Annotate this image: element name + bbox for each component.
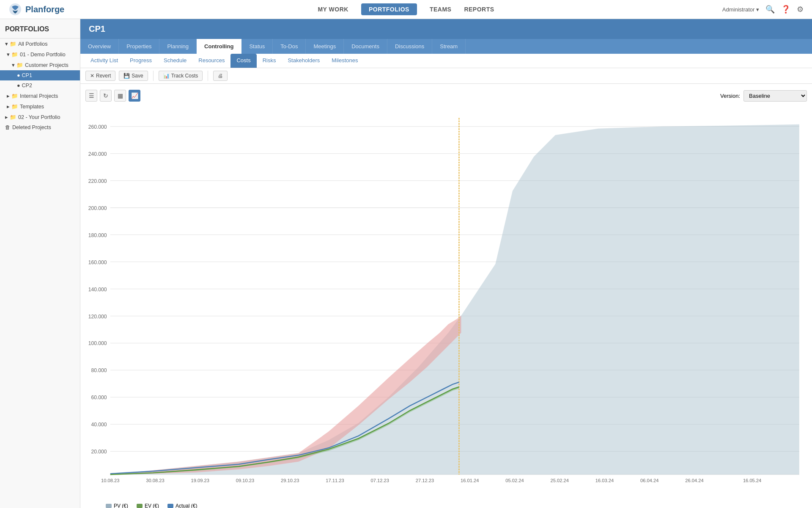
page-header: CP1 [80, 19, 812, 39]
sidebar-label: CP1 [22, 72, 32, 78]
svg-text:20.000: 20.000 [91, 449, 107, 455]
actual-color [167, 504, 173, 508]
tab-planning[interactable]: Planning [159, 39, 197, 54]
save-label: Save [132, 73, 143, 79]
print-button[interactable]: 🖨 [213, 71, 228, 81]
expand-icon: ▸ [7, 93, 10, 99]
sub-tab-risks[interactable]: Risks [257, 54, 282, 68]
tab-todos[interactable]: To-Dos [273, 39, 306, 54]
tab-meetings[interactable]: Meetings [306, 39, 344, 54]
line-chart-button[interactable]: 📈 [129, 90, 140, 102]
folder-icon: 📁 [11, 51, 18, 58]
folder-icon: 📁 [16, 62, 23, 68]
expand-icon: ▾ [5, 41, 8, 47]
sidebar-label: Templates [20, 104, 44, 110]
sidebar-title: PORTFOLIOS [0, 25, 80, 39]
nav-teams[interactable]: TEAMS [430, 6, 452, 13]
svg-text:16.03.24: 16.03.24 [595, 478, 614, 483]
sidebar-item-internal-projects[interactable]: ▸ 📁 Internal Projects [0, 91, 80, 101]
sidebar-item-cp1[interactable]: ● CP1 [0, 70, 80, 80]
tab-status[interactable]: Status [241, 39, 273, 54]
sidebar-label: All Portfolios [18, 41, 47, 47]
sub-tab-schedule[interactable]: Schedule [158, 54, 192, 68]
nav-right: Administrator ▾ 🔍 ❓ ⚙ [722, 5, 804, 14]
svg-text:27.12.23: 27.12.23 [416, 478, 434, 483]
revert-label: Revert [96, 73, 111, 79]
sidebar-item-deleted-projects[interactable]: 🗑 Deleted Projects [0, 122, 80, 133]
svg-text:200.000: 200.000 [88, 205, 107, 211]
chart-container: ☰ ↻ ▦ 📈 Version: Baseline Current Foreca… [80, 84, 812, 508]
version-select[interactable]: Baseline Current Forecast [743, 90, 807, 102]
project-icon: ● [17, 83, 20, 88]
separator2 [208, 71, 208, 81]
nav-portfolios[interactable]: PORTFOLIOS [361, 3, 417, 15]
legend-actual: Actual (€) [167, 503, 197, 508]
tab-overview[interactable]: Overview [80, 39, 119, 54]
svg-text:100.000: 100.000 [88, 340, 107, 346]
folder-icon: 📁 [10, 114, 16, 120]
sidebar-item-demo-portfolio[interactable]: ▾ 📁 01 - Demo Portfolio [0, 49, 80, 60]
pv-label: PV (€) [114, 503, 128, 508]
refresh-button[interactable]: ↻ [100, 90, 112, 102]
sub-tab-costs[interactable]: Costs [230, 54, 256, 68]
svg-text:220.000: 220.000 [88, 178, 107, 184]
list-view-button[interactable]: ☰ [85, 90, 97, 102]
main-layout: PORTFOLIOS ▾ 📁 All Portfolios ▾ 📁 01 - D… [0, 19, 812, 508]
svg-text:80.000: 80.000 [91, 367, 107, 373]
legend-pv: PV (€) [106, 503, 128, 508]
sub-tab-activity-list[interactable]: Activity List [85, 54, 124, 68]
track-icon: 📊 [163, 73, 170, 79]
sidebar-item-templates[interactable]: ▸ 📁 Templates [0, 101, 80, 112]
cost-chart: 260.000 240.000 220.000 200.000 180.000 … [85, 105, 804, 500]
bar-chart-button[interactable]: ▦ [114, 90, 126, 102]
page-title: CP1 [89, 24, 105, 33]
toolbar: ✕ Revert 💾 Save 📊 Track Costs 🖨 [80, 68, 812, 84]
project-icon: ● [17, 72, 20, 78]
sidebar-item-all-portfolios[interactable]: ▾ 📁 All Portfolios [0, 39, 80, 49]
sidebar-item-customer-projects[interactable]: ▾ 📁 Customer Projects [0, 60, 80, 70]
logo-text: Planforge [25, 5, 64, 14]
trash-icon: 🗑 [5, 124, 11, 130]
sub-tab-resources[interactable]: Resources [192, 54, 230, 68]
search-icon[interactable]: 🔍 [765, 5, 775, 14]
sub-tab-progress[interactable]: Progress [124, 54, 158, 68]
save-button[interactable]: 💾 Save [119, 71, 148, 81]
ev-label: EV (€) [145, 503, 159, 508]
tab-controlling[interactable]: Controlling [197, 39, 241, 54]
svg-text:160.000: 160.000 [88, 260, 107, 265]
sidebar-item-your-portfolio[interactable]: ▸ 📁 02 - Your Portfolio [0, 112, 80, 122]
sidebar: PORTFOLIOS ▾ 📁 All Portfolios ▾ 📁 01 - D… [0, 19, 80, 508]
tab-properties[interactable]: Properties [119, 39, 159, 54]
sub-tab-stakeholders[interactable]: Stakeholders [282, 54, 326, 68]
tab-documents[interactable]: Documents [344, 39, 387, 54]
tab-stream[interactable]: Stream [432, 39, 466, 54]
track-costs-label: Track Costs [171, 73, 198, 79]
revert-icon: ✕ [90, 73, 94, 79]
sidebar-label: Internal Projects [20, 93, 58, 99]
sidebar-item-cp2[interactable]: ● CP2 [0, 80, 80, 91]
logo: Planforge [8, 3, 64, 16]
folder-icon: 📁 [11, 103, 18, 110]
svg-text:16.05.24: 16.05.24 [743, 478, 761, 483]
revert-button[interactable]: ✕ Revert [85, 71, 115, 81]
nav-my-work[interactable]: MY WORK [318, 6, 348, 13]
chart-area: 260.000 240.000 220.000 200.000 180.000 … [80, 105, 812, 500]
help-icon[interactable]: ❓ [781, 5, 790, 14]
tab-discussions[interactable]: Discussions [387, 39, 432, 54]
sidebar-label: Customer Projects [25, 62, 69, 68]
track-costs-button[interactable]: 📊 Track Costs [159, 71, 203, 81]
settings-icon[interactable]: ⚙ [797, 5, 804, 14]
chart-toolbar: ☰ ↻ ▦ 📈 Version: Baseline Current Foreca… [80, 88, 812, 105]
chart-legend: PV (€) EV (€) Actual (€) [80, 500, 812, 508]
sidebar-label: Deleted Projects [12, 124, 51, 130]
svg-text:140.000: 140.000 [88, 287, 107, 293]
print-icon: 🖨 [218, 73, 223, 79]
nav-reports[interactable]: REPORTS [464, 6, 494, 13]
expand-icon: ▸ [5, 114, 8, 120]
sub-tab-milestones[interactable]: Milestones [326, 54, 364, 68]
nav-links: MY WORK PORTFOLIOS TEAMS REPORTS [90, 3, 722, 15]
expand-icon: ▸ [7, 103, 10, 110]
version-selector: Version: Baseline Current Forecast [720, 90, 807, 102]
admin-label[interactable]: Administrator ▾ [722, 6, 759, 13]
svg-text:60.000: 60.000 [91, 395, 107, 400]
